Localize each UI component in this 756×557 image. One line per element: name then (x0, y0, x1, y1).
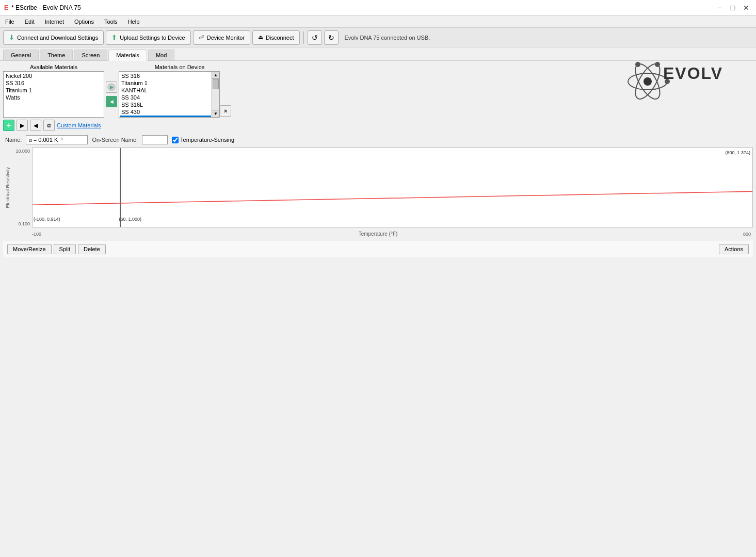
graph-section: Electrical Resistivity 10.000 0.100 (-10… (3, 148, 753, 238)
point1-label: (-100, 0.914) (34, 217, 60, 222)
title-bar-left: E * EScribe - Evolv DNA 75 (4, 4, 81, 11)
list-item[interactable]: Titanium 1 (4, 87, 103, 94)
add-material-button[interactable]: + (3, 120, 14, 131)
on-screen-input[interactable] (142, 135, 168, 144)
custom-materials-link[interactable]: Custom Materials (57, 122, 101, 128)
transfer-buttons: ▶ ◀ (104, 71, 119, 118)
monitor-label: Device Monitor (207, 35, 245, 41)
x-axis-label: Temperature (°F) (359, 231, 398, 237)
evolv-logo-area: EVOLV (612, 51, 741, 112)
tab-screen[interactable]: Screen (74, 50, 107, 60)
name-input[interactable] (26, 135, 88, 144)
upload-label: Upload Settings to Device (120, 35, 185, 41)
scroll-up-button[interactable]: ▲ (212, 72, 219, 79)
toolbar-separator-1 (303, 31, 304, 44)
delete-button[interactable]: Delete (78, 244, 106, 254)
bottom-left-buttons: Move/Resize Split Delete (7, 244, 106, 254)
temp-sensing-label: Temperature-Sensing (180, 137, 234, 143)
temp-sensing-checkbox[interactable] (172, 137, 179, 143)
svg-point-2 (644, 77, 652, 86)
undo-icon: ↺ (312, 34, 318, 42)
toolbar: ⬇ Connect and Download Settings ⬆ Upload… (0, 28, 756, 47)
app-window: E * EScribe - Evolv DNA 75 − □ ✕ File Ed… (0, 0, 756, 557)
title-bar: E * EScribe - Evolv DNA 75 − □ ✕ (0, 0, 756, 15)
list-item[interactable]: Nickel 200 (4, 72, 103, 79)
tab-materials[interactable]: Materials (108, 50, 147, 61)
name-row: Name: On-Screen Name: Temperature-Sensin… (3, 135, 753, 144)
maximize-button[interactable]: □ (727, 2, 738, 13)
menu-tools[interactable]: Tools (99, 15, 123, 27)
bottom-toolbar: Move/Resize Split Delete Actions (3, 241, 753, 257)
device-scrollbar[interactable]: ▲ ▼ (212, 71, 220, 118)
graph-canvas[interactable]: (-100, 0.914) (68, 1.000) (800, 1.374) (32, 148, 753, 227)
name-label: Name: (5, 137, 22, 143)
disconnect-icon: ⏏ (258, 34, 263, 41)
scroll-down-button[interactable]: ▼ (212, 110, 219, 117)
list-item[interactable]: SS 316L (120, 101, 211, 108)
list-item[interactable]: SS 304 (120, 94, 211, 101)
connection-status: Evolv DNA 75 connected on USB. (345, 35, 430, 41)
redo-button[interactable]: ↻ (324, 30, 339, 45)
app-icon: E (4, 4, 8, 11)
export-button[interactable]: ◀ (30, 120, 41, 131)
svg-point-8 (635, 62, 640, 67)
menu-options[interactable]: Options (69, 15, 99, 27)
tab-mod[interactable]: Mod (148, 50, 174, 60)
svg-text:EVOLV: EVOLV (663, 64, 723, 83)
svg-point-7 (655, 62, 660, 67)
transfer-right-button[interactable]: ▶ (106, 81, 117, 93)
device-materials-list[interactable]: SS 316 Titanium 1 KANTHAL SS 304 SS 316L… (119, 71, 212, 118)
close-button[interactable]: ✕ (741, 2, 752, 13)
disconnect-button[interactable]: ⏏ Disconnect (252, 30, 299, 45)
menu-edit[interactable]: Edit (20, 15, 40, 27)
scroll-up-icon: ▲ (214, 73, 218, 77)
available-materials-list[interactable]: Nickel 200 SS 316 Titanium 1 Watts (3, 71, 104, 118)
tab-general[interactable]: General (3, 50, 39, 60)
split-button[interactable]: Split (54, 244, 76, 254)
list-item[interactable]: SS 316 (4, 79, 103, 87)
actions-button[interactable]: Actions (719, 244, 749, 254)
window-title: * EScribe - Evolv DNA 75 (11, 4, 81, 11)
upload-settings-button[interactable]: ⬆ Upload Settings to Device (106, 30, 191, 45)
x-max-label: 800 (743, 232, 751, 237)
menu-bar: File Edit Internet Options Tools Help (0, 15, 756, 28)
list-item-selected[interactable]: α = 0.001 K⁻¹ (120, 116, 211, 118)
tab-theme[interactable]: Theme (40, 50, 73, 60)
title-bar-controls: − □ ✕ (714, 2, 752, 13)
import-button[interactable]: ▶ (17, 120, 28, 131)
point2-label: (68, 1.000) (119, 217, 141, 222)
copy-button[interactable]: ⧉ (43, 120, 55, 131)
scroll-down-icon: ▼ (214, 111, 218, 116)
scroll-track (212, 79, 219, 110)
device-list-wrapper: SS 316 Titanium 1 KANTHAL SS 304 SS 316L… (119, 71, 220, 118)
point3-label: (800, 1.374) (725, 150, 750, 155)
monitor-icon: ☍ (199, 34, 204, 41)
list-item[interactable]: Watts (4, 94, 103, 101)
menu-internet[interactable]: Internet (40, 15, 69, 27)
controls-row: + ▶ ◀ ⧉ Custom Materials (3, 120, 753, 131)
list-item[interactable]: SS 316 (120, 72, 211, 79)
evolv-logo-svg: EVOLV (612, 51, 741, 112)
connect-download-button[interactable]: ⬇ Connect and Download Settings (3, 30, 104, 45)
disconnect-label: Disconnect (266, 35, 294, 41)
device-list-delete-button[interactable]: ✕ (220, 105, 231, 117)
y-axis-label: Electrical Resistivity (5, 167, 10, 208)
undo-button[interactable]: ↺ (308, 30, 322, 45)
svg-line-1 (33, 191, 752, 205)
right-panel-delete-area: ✕ (220, 71, 231, 118)
minimize-button[interactable]: − (714, 2, 725, 13)
connect-label: Connect and Download Settings (17, 35, 98, 41)
scroll-thumb[interactable] (213, 79, 219, 89)
transfer-left-button[interactable]: ◀ (106, 96, 117, 107)
list-item[interactable]: Titanium 1 (120, 79, 211, 87)
list-item[interactable]: KANTHAL (120, 87, 211, 94)
move-resize-button[interactable]: Move/Resize (7, 244, 52, 254)
y-min-label: 0.100 (12, 221, 30, 226)
temp-sensing-checkbox-label[interactable]: Temperature-Sensing (172, 137, 234, 143)
list-item[interactable]: SS 430 (120, 108, 211, 116)
menu-file[interactable]: File (0, 15, 20, 27)
available-materials-header: Available Materials (3, 64, 104, 70)
arrow-right-icon: ▶ (107, 83, 116, 91)
device-monitor-button[interactable]: ☍ Device Monitor (193, 30, 250, 45)
menu-help[interactable]: Help (123, 15, 145, 27)
